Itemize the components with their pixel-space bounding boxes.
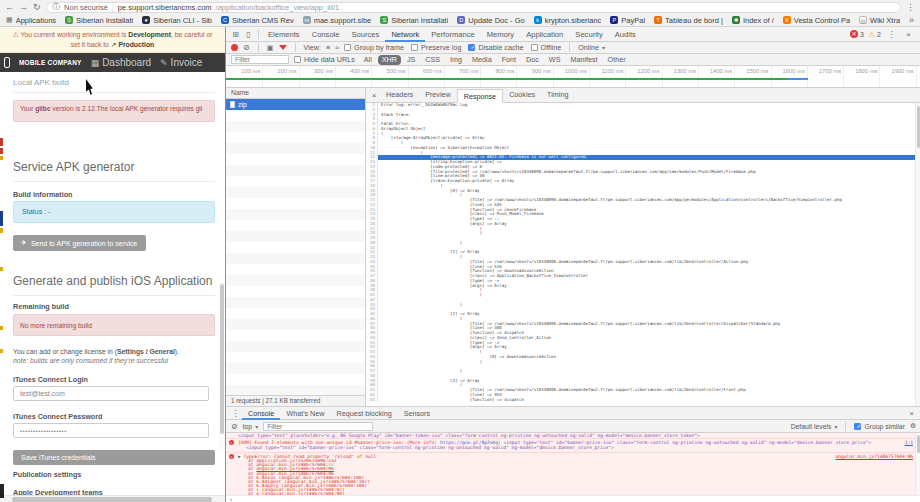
detail-tab-response[interactable]: Response	[457, 89, 503, 103]
devtools-tab-performance[interactable]: Performance	[425, 27, 480, 42]
clear-icon[interactable]: ⊘	[243, 43, 250, 52]
console-context-select[interactable]: top▾	[243, 423, 258, 430]
response-scrollbar[interactable]	[915, 103, 920, 406]
devtools-tab-sources[interactable]: Sources	[346, 27, 386, 42]
itunes-password-input[interactable]	[13, 423, 209, 438]
detail-tab-headers[interactable]: Headers	[380, 88, 419, 102]
console-tab-console[interactable]: Console	[242, 407, 280, 420]
devtools-tab-console[interactable]: Console	[306, 27, 346, 42]
console-prompt[interactable]: ›	[226, 495, 920, 502]
screenshot-icon[interactable]: ▣	[267, 43, 274, 52]
detail-tab-preview[interactable]: Preview	[419, 88, 457, 102]
bookmark[interactable]: ▤Wiki Xtraball	[859, 16, 900, 25]
type-filter-manifest[interactable]: Manifest	[566, 55, 601, 65]
bookmark[interactable]: VVesta Control Pa	[783, 16, 850, 25]
console-tab-sensors[interactable]: Sensors	[398, 407, 436, 420]
more-info-link[interactable]: https://goo.gl/9p2vKq	[440, 440, 498, 445]
bookmark-favicon: m	[303, 16, 311, 24]
browser-menu-icon[interactable]: ⋮	[906, 0, 915, 14]
console-levels-select[interactable]: Default levels▾	[791, 423, 838, 430]
console-tab-request-blocking[interactable]: Request blocking	[331, 407, 398, 420]
device-toolbar-icon[interactable]: ▯	[242, 30, 255, 39]
bookmark[interactable]: ✱Index of /	[732, 16, 774, 25]
detail-tab-timing[interactable]: Timing	[541, 88, 574, 102]
detail-close-icon[interactable]: ×	[368, 91, 380, 100]
bookmark[interactable]: ●Siberian CLI - Sib	[142, 16, 212, 25]
option-group-by-frame[interactable]: Group by frame	[344, 43, 404, 52]
devtools-tab-memory[interactable]: Memory	[481, 27, 520, 42]
network-timeline-overview[interactable]: 100 ms200 ms300 ms400 ms500 ms600 ms700 …	[226, 66, 920, 88]
type-filter-doc[interactable]: Doc	[522, 55, 543, 65]
bookmark[interactable]: TTableau de bord |	[654, 16, 723, 25]
bookmark[interactable]: SSiberian Installati	[380, 16, 448, 25]
address-bar[interactable]: ⓘ Non sécurisé | pe.support.siberiancms.…	[46, 2, 901, 13]
devtools-tab-audits[interactable]: Audits	[609, 27, 642, 42]
console-filter-input[interactable]	[263, 422, 373, 431]
warning-badge[interactable]: ⚠2	[868, 30, 881, 39]
error-badge[interactable]: ✕3	[850, 30, 864, 38]
bookmarks-overflow-chevron[interactable]: »	[909, 15, 914, 25]
production-link[interactable]: Production	[118, 41, 154, 48]
bookmark-applications[interactable]: ▦ Applications	[6, 14, 56, 26]
page-horizontal-scrollbar[interactable]	[0, 495, 225, 502]
bookmark[interactable]: PPayPal	[610, 16, 645, 25]
group-similar-checkbox[interactable]: Group similar	[854, 423, 904, 430]
option-disable-cache[interactable]: Disable cache	[468, 43, 523, 52]
network-filter-input[interactable]	[231, 55, 289, 64]
option-preserve-log[interactable]: Preserve log	[411, 43, 461, 52]
info-icon[interactable]: ⓘ	[53, 2, 61, 12]
back-icon[interactable]: ←	[5, 0, 14, 14]
forward-icon[interactable]: →	[19, 0, 28, 14]
devtools-tab-security[interactable]: Security	[569, 27, 608, 42]
save-itunes-button[interactable]: Save iTunes credentials	[13, 450, 215, 465]
type-filter-other[interactable]: Other	[604, 55, 630, 65]
bookmark[interactable]: mmae.support.sibe	[303, 16, 372, 25]
itunes-login-input[interactable]	[13, 386, 209, 401]
remaining-build-alert: No more remaining build	[13, 314, 215, 336]
filter-funnel-icon[interactable]	[279, 45, 287, 50]
console-clear-icon[interactable]: ⊘	[231, 422, 238, 431]
devtools-tab-application[interactable]: Application	[520, 27, 569, 42]
devtools-menu-icon[interactable]: ⋮	[885, 30, 898, 39]
requests-name-header[interactable]: Name	[226, 88, 365, 99]
type-filter-media[interactable]: Media	[468, 55, 496, 65]
console-scrollbar[interactable]	[915, 433, 920, 495]
expand-triangle-icon[interactable]: ▶	[238, 454, 241, 459]
reload-icon[interactable]: ↻	[33, 0, 41, 14]
source-location-link[interactable]: 1:1	[905, 440, 913, 445]
type-filter-img[interactable]: Img	[446, 55, 466, 65]
console-settings-icon[interactable]: ⚙	[910, 422, 916, 430]
detail-tab-cookies[interactable]: Cookies	[503, 88, 541, 102]
devtools-close-icon[interactable]: ×	[902, 30, 915, 39]
type-filter-xhr[interactable]: XHR	[378, 55, 401, 65]
source-location-link[interactable]: angular.min.js?1486757604:96	[836, 454, 913, 459]
inspect-element-icon[interactable]: ⊞	[229, 30, 242, 39]
drawer-close-icon[interactable]: ×	[905, 409, 918, 418]
bookmark[interactable]: DUpdate Doc - Go	[457, 16, 524, 25]
type-filter-css[interactable]: CSS	[421, 55, 444, 65]
drawer-menu-icon[interactable]: ⋮	[229, 409, 242, 418]
type-filter-js[interactable]: JS	[403, 55, 419, 65]
type-filter-font[interactable]: Font	[498, 55, 520, 65]
type-filter-all[interactable]: All	[360, 55, 376, 65]
devtools-tab-network[interactable]: Network	[385, 27, 425, 42]
bookmark[interactable]: CSiberian CMS Rev	[221, 16, 294, 25]
nav-item-invoice[interactable]: ✎Invoice	[160, 57, 202, 68]
checkbox-label: Preserve log	[421, 43, 461, 52]
record-icon[interactable]	[231, 44, 238, 51]
type-filter-ws[interactable]: WS	[545, 55, 565, 65]
bookmark[interactable]: SSiberian Installati	[65, 16, 133, 25]
devtools-tab-elements[interactable]: Elements	[262, 27, 306, 42]
response-code[interactable]: 1Error log: error__5b3a8ab8679ac.log23St…	[366, 103, 915, 406]
publication-settings-label[interactable]: Publication settings	[13, 470, 215, 479]
option-offline[interactable]: Offline	[531, 43, 562, 52]
view-list-icon[interactable]: ≡	[326, 43, 330, 52]
console-tab-what's-new[interactable]: What's New	[280, 407, 330, 420]
send-apk-button[interactable]: ✈Send to APK generation to service	[13, 235, 146, 251]
nav-item-dashboard[interactable]: ▦Dashboard	[91, 57, 151, 68]
bookmark[interactable]: kkrypton.siberianc	[534, 16, 602, 25]
hide-data-urls-checkbox[interactable]: Hide data URLs	[294, 55, 355, 64]
throttling-select[interactable]: Online▾	[578, 43, 605, 52]
view-waterfall-icon[interactable]: ≈	[335, 43, 339, 52]
request-row-zip[interactable]: zip	[226, 99, 365, 110]
